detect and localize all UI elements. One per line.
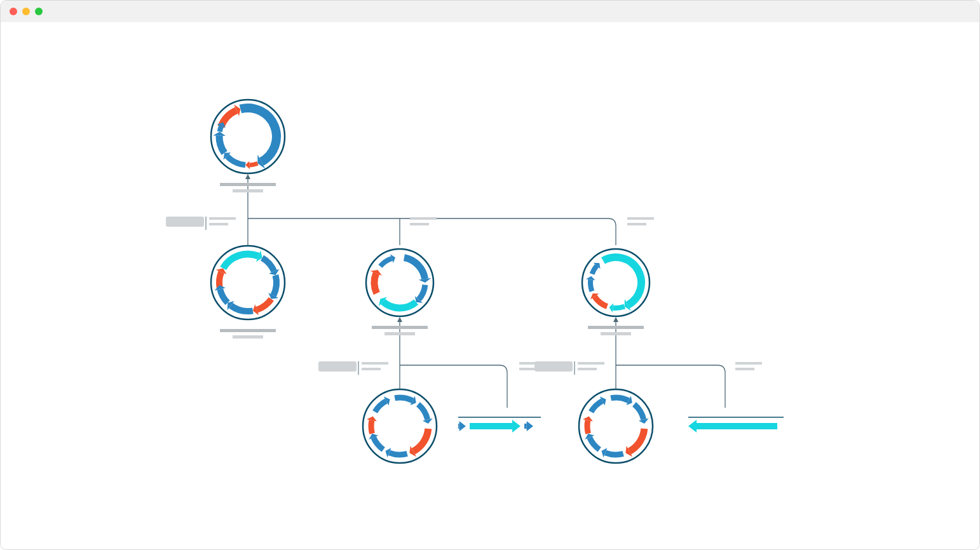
minimize-icon[interactable] <box>22 8 30 15</box>
branch-label <box>166 217 236 230</box>
svg-marker-83 <box>527 421 533 431</box>
svg-marker-81 <box>512 420 521 433</box>
branch-pill <box>534 361 573 372</box>
branch-label <box>410 217 437 225</box>
zoom-icon[interactable] <box>35 8 43 15</box>
branch-label <box>627 217 654 225</box>
app-window <box>0 0 980 550</box>
svg-rect-16 <box>410 217 437 220</box>
close-icon[interactable] <box>10 8 17 15</box>
svg-rect-27 <box>578 368 597 370</box>
svg-rect-75 <box>602 326 630 329</box>
node-caption-line <box>233 189 263 192</box>
svg-marker-6 <box>397 317 402 322</box>
branch-label <box>735 362 762 370</box>
svg-rect-29 <box>735 368 754 370</box>
svg-rect-73 <box>386 326 414 329</box>
svg-rect-26 <box>578 362 604 365</box>
node-caption-line <box>233 335 263 339</box>
diagram-canvas[interactable] <box>1 22 979 549</box>
svg-marker-79 <box>459 421 466 431</box>
svg-rect-19 <box>627 223 646 225</box>
svg-rect-28 <box>735 362 762 365</box>
svg-rect-17 <box>410 223 429 225</box>
svg-rect-18 <box>627 217 654 220</box>
svg-rect-21 <box>362 362 388 365</box>
titlebar <box>1 1 979 23</box>
svg-rect-14 <box>209 217 236 220</box>
svg-rect-74 <box>391 332 409 335</box>
branch-pill <box>318 361 357 372</box>
svg-rect-22 <box>362 368 381 370</box>
svg-marker-86 <box>688 420 697 433</box>
branch-pill <box>166 217 204 227</box>
branch-label <box>534 361 604 375</box>
node-caption-line <box>220 183 276 186</box>
branch-label <box>318 361 388 375</box>
svg-rect-76 <box>607 332 625 335</box>
svg-rect-15 <box>209 223 228 225</box>
node-caption-line <box>220 329 276 332</box>
svg-marker-10 <box>613 317 618 322</box>
svg-marker-1 <box>245 174 250 179</box>
